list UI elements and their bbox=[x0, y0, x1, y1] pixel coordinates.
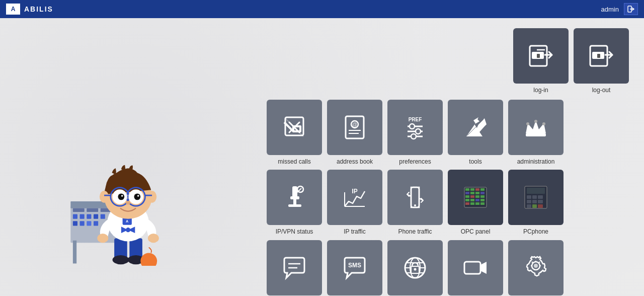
videorecorder-icon-box[interactable] bbox=[448, 240, 503, 295]
svg-rect-96 bbox=[475, 199, 479, 201]
icon-row-3: messaging SMS SMS gateway bbox=[267, 240, 629, 296]
missed-calls-label: missed calls bbox=[278, 158, 310, 166]
automation-item[interactable]: automation bbox=[508, 240, 564, 296]
character-illustration: A bbox=[50, 105, 201, 266]
svg-text:A: A bbox=[126, 219, 129, 224]
administration-item[interactable]: administration bbox=[508, 100, 564, 166]
svg-point-67 bbox=[534, 120, 537, 123]
web-filter-item[interactable]: web filter bbox=[387, 240, 443, 296]
svg-rect-88 bbox=[475, 192, 479, 194]
pcphone-icon-box[interactable] bbox=[508, 170, 564, 225]
svg-rect-112 bbox=[538, 204, 543, 208]
logout-label: log-out bbox=[592, 87, 611, 95]
svg-text:SMS: SMS bbox=[348, 262, 361, 269]
login-icon-box[interactable] bbox=[513, 28, 569, 84]
svg-point-42 bbox=[134, 193, 140, 200]
svg-rect-83 bbox=[470, 188, 474, 191]
svg-rect-84 bbox=[475, 188, 479, 191]
svg-rect-100 bbox=[475, 202, 479, 205]
sms-gateway-icon-box[interactable]: SMS bbox=[327, 240, 382, 295]
tools-icon-box[interactable] bbox=[448, 100, 503, 155]
top-icon-row: log-in log-out bbox=[267, 28, 629, 95]
svg-rect-91 bbox=[470, 195, 474, 198]
svg-text:IP: IP bbox=[352, 188, 357, 195]
svg-rect-71 bbox=[290, 196, 299, 199]
svg-point-80 bbox=[414, 204, 416, 206]
address-book-icon-box[interactable]: @ bbox=[327, 100, 382, 155]
opc-panel-item[interactable]: OPC panel bbox=[448, 170, 503, 236]
phone-traffic-icon-box[interactable] bbox=[387, 170, 443, 225]
tools-label: tools bbox=[469, 158, 481, 166]
svg-rect-105 bbox=[532, 195, 537, 199]
svg-point-43 bbox=[121, 195, 123, 197]
administration-icon-box[interactable] bbox=[508, 100, 564, 155]
svg-rect-109 bbox=[538, 200, 543, 203]
web-filter-icon-box[interactable] bbox=[387, 240, 443, 295]
svg-point-29 bbox=[148, 234, 159, 243]
icon-row-1: missed calls @ address book bbox=[267, 100, 629, 166]
svg-point-33 bbox=[147, 191, 156, 203]
preferences-icon-box[interactable]: PREF bbox=[387, 100, 443, 155]
address-book-item[interactable]: @ address book bbox=[327, 100, 382, 166]
svg-rect-12 bbox=[80, 221, 85, 226]
svg-point-63 bbox=[416, 129, 421, 134]
svg-rect-104 bbox=[527, 195, 531, 199]
sms-gateway-item[interactable]: SMS SMS gateway bbox=[327, 240, 382, 296]
logo-icon: A bbox=[6, 4, 20, 15]
ip-traffic-item[interactable]: IP IP traffic bbox=[327, 170, 382, 236]
svg-rect-101 bbox=[480, 202, 485, 205]
svg-rect-97 bbox=[480, 199, 485, 201]
svg-rect-10 bbox=[101, 214, 105, 219]
svg-rect-99 bbox=[470, 202, 474, 205]
svg-rect-72 bbox=[293, 199, 296, 204]
svg-rect-7 bbox=[80, 214, 85, 219]
logo-area: A ABILIS bbox=[6, 4, 53, 15]
svg-point-69 bbox=[542, 122, 545, 125]
messaging-icon-box[interactable] bbox=[267, 240, 322, 295]
automation-icon-box[interactable] bbox=[508, 240, 564, 295]
svg-rect-14 bbox=[94, 221, 98, 226]
svg-rect-73 bbox=[288, 204, 301, 207]
svg-text:@: @ bbox=[352, 122, 357, 127]
ipvpn-status-icon-box[interactable] bbox=[267, 170, 322, 225]
missed-calls-icon-box[interactable] bbox=[267, 100, 322, 155]
ip-traffic-icon-box[interactable]: IP bbox=[327, 170, 382, 225]
svg-rect-111 bbox=[532, 204, 537, 208]
svg-rect-82 bbox=[465, 188, 469, 191]
icon-row-2: IP/VPN status IP IP traffic bbox=[267, 170, 629, 236]
messaging-item[interactable]: messaging bbox=[267, 240, 322, 296]
missed-calls-item[interactable]: missed calls bbox=[267, 100, 322, 166]
svg-rect-85 bbox=[480, 188, 485, 191]
logout-icon-box[interactable] bbox=[574, 28, 629, 84]
phone-traffic-label: Phone traffic bbox=[398, 228, 432, 236]
main-content: A bbox=[0, 18, 644, 296]
svg-rect-8 bbox=[87, 214, 91, 219]
svg-point-65 bbox=[411, 134, 416, 139]
ipvpn-status-item[interactable]: IP/VPN status bbox=[267, 170, 322, 236]
svg-point-44 bbox=[137, 195, 139, 197]
svg-point-45 bbox=[126, 201, 130, 204]
svg-line-127 bbox=[539, 262, 540, 263]
header-logout-button[interactable] bbox=[624, 3, 638, 15]
svg-point-28 bbox=[97, 234, 108, 243]
svg-rect-87 bbox=[470, 192, 474, 194]
logout-item[interactable]: log-out bbox=[574, 28, 629, 95]
svg-rect-52 bbox=[597, 54, 600, 58]
preferences-item[interactable]: PREF preferences bbox=[387, 100, 443, 166]
tools-item[interactable]: tools bbox=[448, 100, 503, 166]
pcphone-item[interactable]: PCphone bbox=[508, 170, 564, 236]
svg-rect-95 bbox=[470, 199, 474, 201]
opc-panel-icon-box[interactable] bbox=[448, 170, 503, 225]
ip-traffic-label: IP traffic bbox=[344, 228, 366, 236]
videorecorder-item[interactable]: videorecorder bbox=[448, 240, 503, 296]
svg-point-25 bbox=[126, 228, 130, 232]
svg-rect-108 bbox=[532, 200, 537, 203]
svg-rect-90 bbox=[465, 195, 469, 198]
phone-traffic-item[interactable]: Phone traffic bbox=[387, 170, 443, 236]
svg-rect-110 bbox=[527, 204, 531, 208]
login-item[interactable]: log-in bbox=[513, 28, 569, 95]
preferences-label: preferences bbox=[399, 158, 431, 166]
svg-rect-9 bbox=[94, 214, 98, 219]
svg-rect-86 bbox=[465, 192, 469, 194]
svg-rect-107 bbox=[527, 200, 531, 203]
